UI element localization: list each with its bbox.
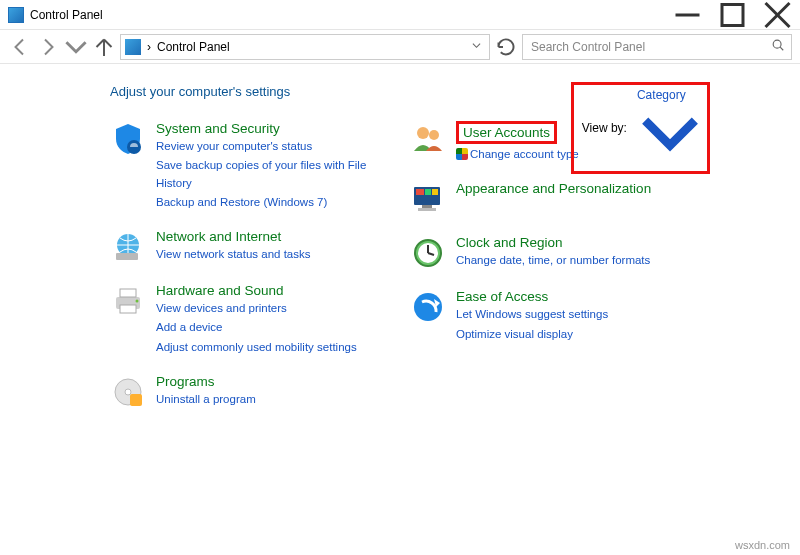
minimize-button[interactable]: [665, 0, 710, 30]
address-separator: ›: [147, 40, 151, 54]
app-icon: [8, 7, 24, 23]
category-title[interactable]: Hardware and Sound: [156, 283, 357, 298]
category-title[interactable]: Clock and Region: [456, 235, 650, 250]
address-dropdown-icon[interactable]: [468, 41, 485, 52]
svg-rect-8: [116, 253, 138, 260]
svg-point-14: [125, 389, 131, 395]
recent-dropdown[interactable]: [64, 35, 88, 59]
svg-point-17: [429, 130, 439, 140]
category-ease-of-access: Ease of Access Let Windows suggest setti…: [410, 289, 690, 343]
svg-rect-22: [422, 205, 432, 208]
category-appearance: Appearance and Personalization: [410, 181, 690, 217]
category-system-security: System and Security Review your computer…: [110, 121, 390, 211]
category-link[interactable]: Let Windows suggest settings: [456, 306, 608, 323]
svg-point-16: [417, 127, 429, 139]
category-hardware: Hardware and Sound View devices and prin…: [110, 283, 390, 356]
up-button[interactable]: [92, 35, 116, 59]
svg-line-5: [780, 47, 783, 50]
refresh-button[interactable]: [494, 35, 518, 59]
svg-rect-23: [418, 208, 436, 211]
search-bar[interactable]: [522, 34, 792, 60]
svg-rect-21: [432, 189, 438, 195]
category-title[interactable]: System and Security: [156, 121, 390, 136]
category-link[interactable]: View network status and tasks: [156, 246, 310, 263]
category-link[interactable]: Optimize visual display: [456, 326, 608, 343]
category-link[interactable]: Change date, time, or number formats: [456, 252, 650, 269]
view-by-control[interactable]: View by: Category: [571, 82, 710, 174]
svg-point-28: [414, 293, 442, 321]
address-bar[interactable]: › Control Panel: [120, 34, 490, 60]
svg-rect-19: [416, 189, 424, 195]
maximize-button[interactable]: [710, 0, 755, 30]
svg-rect-11: [120, 305, 136, 313]
svg-rect-15: [130, 394, 142, 406]
clock-icon: [410, 235, 446, 271]
category-network: Network and Internet View network status…: [110, 229, 390, 265]
category-link[interactable]: Uninstall a program: [156, 391, 256, 408]
watermark: wsxdn.com: [735, 539, 790, 551]
category-title[interactable]: User Accounts: [456, 121, 557, 144]
titlebar: Control Panel: [0, 0, 800, 30]
view-by-label: View by:: [582, 121, 627, 135]
category-link[interactable]: Review your computer's status: [156, 138, 390, 155]
address-text: Control Panel: [157, 40, 230, 54]
search-icon[interactable]: [771, 38, 785, 55]
category-title[interactable]: Appearance and Personalization: [456, 181, 651, 196]
globe-icon: [110, 229, 146, 265]
printer-icon: [110, 283, 146, 319]
uac-shield-icon: [456, 148, 468, 160]
window-title: Control Panel: [30, 8, 665, 22]
view-by-value-text: Category: [637, 88, 686, 102]
address-icon: [125, 39, 141, 55]
category-link[interactable]: View devices and printers: [156, 300, 357, 317]
shield-icon: [110, 121, 146, 157]
category-link[interactable]: Add a device: [156, 319, 357, 336]
svg-rect-10: [120, 289, 136, 297]
svg-point-4: [773, 40, 781, 48]
disc-icon: [110, 374, 146, 410]
content-area: Adjust your computer's settings View by:…: [0, 64, 800, 438]
view-by-value[interactable]: Category: [637, 88, 699, 168]
forward-button[interactable]: [36, 35, 60, 59]
category-programs: Programs Uninstall a program: [110, 374, 390, 410]
svg-rect-20: [425, 189, 431, 195]
navbar: › Control Panel: [0, 30, 800, 64]
category-link-text: Change account type: [470, 148, 579, 160]
close-button[interactable]: [755, 0, 800, 30]
category-title[interactable]: Network and Internet: [156, 229, 310, 244]
category-link[interactable]: Save backup copies of your files with Fi…: [156, 157, 390, 192]
search-input[interactable]: [529, 39, 771, 55]
category-link[interactable]: Change account type: [456, 146, 579, 163]
users-icon: [410, 121, 446, 157]
category-link[interactable]: Adjust commonly used mobility settings: [156, 339, 357, 356]
svg-rect-1: [722, 4, 743, 25]
category-link[interactable]: Backup and Restore (Windows 7): [156, 194, 390, 211]
category-title[interactable]: Programs: [156, 374, 256, 389]
category-title[interactable]: Ease of Access: [456, 289, 608, 304]
monitor-icon: [410, 181, 446, 217]
category-column-left: System and Security Review your computer…: [110, 121, 390, 428]
back-button[interactable]: [8, 35, 32, 59]
category-clock-region: Clock and Region Change date, time, or n…: [410, 235, 690, 271]
svg-point-12: [136, 300, 139, 303]
ease-of-access-icon: [410, 289, 446, 325]
